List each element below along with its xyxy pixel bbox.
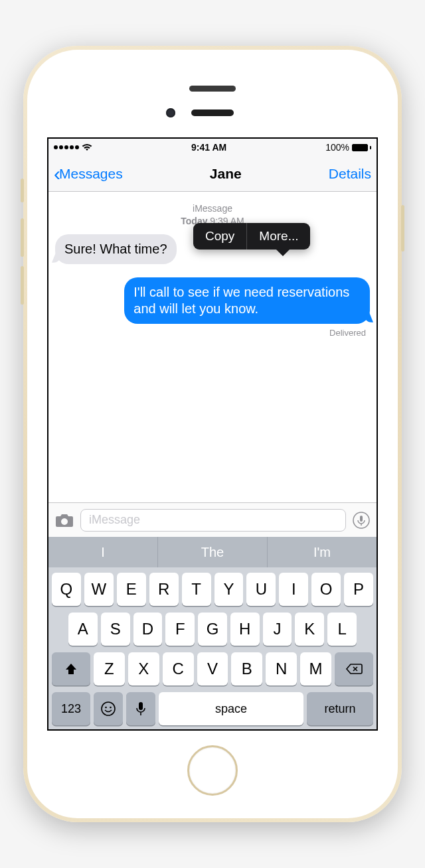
compose-bar: iMessage bbox=[48, 502, 377, 537]
status-bar: 9:41 AM 100% bbox=[48, 139, 377, 156]
key-k[interactable]: K bbox=[295, 613, 324, 646]
bottom-bezel bbox=[35, 731, 390, 810]
key-d[interactable]: D bbox=[133, 613, 163, 646]
key-i[interactable]: I bbox=[279, 573, 308, 606]
popover-arrow-icon bbox=[276, 249, 290, 256]
svg-point-3 bbox=[102, 702, 115, 715]
predictive-suggestion-1[interactable]: I bbox=[48, 537, 157, 567]
key-v[interactable]: V bbox=[197, 652, 228, 686]
key-r[interactable]: R bbox=[149, 573, 179, 606]
camera-icon[interactable] bbox=[55, 513, 74, 528]
service-label: iMessage bbox=[193, 203, 232, 214]
earpiece bbox=[191, 109, 234, 116]
key-n[interactable]: N bbox=[266, 652, 297, 686]
compose-input[interactable]: iMessage bbox=[80, 509, 346, 532]
delivered-status: Delivered bbox=[55, 328, 366, 338]
key-backspace[interactable] bbox=[335, 652, 373, 686]
predictive-suggestion-2[interactable]: The bbox=[157, 537, 267, 567]
key-space[interactable]: space bbox=[159, 692, 303, 725]
outgoing-message-text: I'll call to see if we need reservations… bbox=[133, 285, 349, 316]
key-q[interactable]: Q bbox=[52, 573, 81, 606]
speaker-grille bbox=[189, 86, 236, 92]
key-y[interactable]: Y bbox=[214, 573, 244, 606]
key-o[interactable]: O bbox=[311, 573, 341, 606]
key-w[interactable]: W bbox=[84, 573, 114, 606]
keyboard-row-2: A S D F G H J K L bbox=[52, 613, 373, 646]
volume-down bbox=[21, 266, 24, 305]
context-menu-popover: Copy More... bbox=[193, 223, 310, 250]
key-u[interactable]: U bbox=[246, 573, 276, 606]
key-shift[interactable] bbox=[52, 652, 90, 686]
keyboard: Q W E R T Y U I O P A S bbox=[48, 567, 377, 729]
incoming-message-bubble[interactable]: Sure! What time? bbox=[55, 234, 177, 264]
keyboard-row-4: 123 space return bbox=[52, 692, 373, 725]
context-copy-button[interactable]: Copy bbox=[193, 223, 246, 250]
svg-point-5 bbox=[110, 707, 112, 709]
mute-switch bbox=[21, 179, 24, 202]
key-c[interactable]: C bbox=[163, 652, 194, 686]
battery-percentage: 100% bbox=[325, 142, 349, 153]
key-l[interactable]: L bbox=[327, 613, 357, 646]
key-s[interactable]: S bbox=[101, 613, 130, 646]
key-g[interactable]: G bbox=[198, 613, 227, 646]
key-m[interactable]: M bbox=[300, 652, 331, 686]
battery-icon bbox=[352, 144, 371, 151]
outgoing-message-bubble[interactable]: I'll call to see if we need reservations… bbox=[124, 277, 370, 324]
back-label: Messages bbox=[59, 166, 123, 182]
wifi-icon bbox=[82, 143, 92, 151]
key-dictation[interactable] bbox=[126, 692, 155, 725]
top-bezel bbox=[35, 58, 390, 137]
incoming-message-text: Sure! What time? bbox=[64, 242, 167, 256]
compose-placeholder: iMessage bbox=[89, 513, 140, 527]
key-t[interactable]: T bbox=[182, 573, 211, 606]
svg-point-4 bbox=[105, 707, 107, 709]
details-button[interactable]: Details bbox=[329, 166, 371, 182]
cellular-signal-icon bbox=[54, 145, 79, 149]
key-x[interactable]: X bbox=[128, 652, 159, 686]
svg-rect-2 bbox=[360, 516, 363, 522]
power-button bbox=[401, 205, 404, 252]
front-camera bbox=[166, 108, 175, 117]
back-button[interactable]: ‹ Messages bbox=[54, 164, 123, 184]
volume-up bbox=[21, 218, 24, 257]
key-return[interactable]: return bbox=[307, 692, 373, 725]
keyboard-row-1: Q W E R T Y U I O P bbox=[52, 573, 373, 606]
key-h[interactable]: H bbox=[230, 613, 260, 646]
svg-point-0 bbox=[62, 520, 66, 524]
keyboard-row-3: Z X C V B N M bbox=[52, 652, 373, 686]
predictive-bar: I The I'm bbox=[48, 537, 377, 567]
key-f[interactable]: F bbox=[165, 613, 195, 646]
predictive-suggestion-3[interactable]: I'm bbox=[267, 537, 377, 567]
key-a[interactable]: A bbox=[68, 613, 98, 646]
navigation-bar: ‹ Messages Jane Details bbox=[48, 156, 377, 192]
key-e[interactable]: E bbox=[117, 573, 146, 606]
phone-frame: 9:41 AM 100% ‹ Messages Jane De bbox=[23, 46, 402, 822]
key-z[interactable]: Z bbox=[94, 652, 125, 686]
context-more-button[interactable]: More... bbox=[247, 223, 310, 250]
conversation-title: Jane bbox=[210, 166, 242, 182]
key-b[interactable]: B bbox=[231, 652, 262, 686]
svg-rect-6 bbox=[139, 702, 143, 710]
dictation-icon[interactable] bbox=[353, 512, 370, 529]
conversation-area[interactable]: iMessage Today 9:39 AM Sure! What time? … bbox=[48, 192, 377, 502]
key-p[interactable]: P bbox=[344, 573, 373, 606]
home-button[interactable] bbox=[187, 745, 238, 796]
key-numbers[interactable]: 123 bbox=[52, 692, 90, 725]
status-time: 9:41 AM bbox=[191, 142, 226, 153]
key-emoji[interactable] bbox=[94, 692, 123, 725]
key-j[interactable]: J bbox=[263, 613, 292, 646]
screen: 9:41 AM 100% ‹ Messages Jane De bbox=[47, 137, 378, 731]
